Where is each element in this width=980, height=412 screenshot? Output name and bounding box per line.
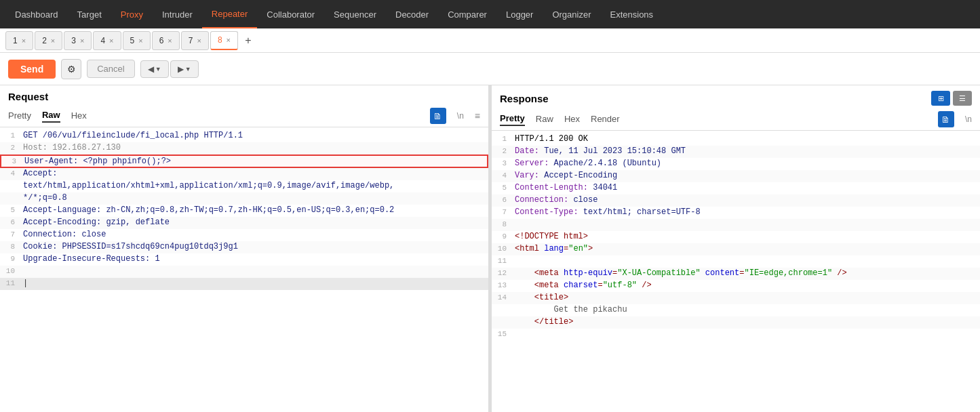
- response-line-9: 9 <!DOCTYPE html>: [492, 231, 980, 243]
- tab-7[interactable]: 7×: [181, 31, 209, 50]
- close-tab-1[interactable]: ×: [22, 37, 26, 45]
- response-line-7: 7 Content-Type: text/html; charset=UTF-8: [492, 207, 980, 219]
- tab-1[interactable]: 1×: [5, 31, 33, 50]
- response-tab-hex[interactable]: Hex: [564, 114, 580, 125]
- dropdown-arrow-right: ▼: [185, 66, 191, 73]
- request-line-5: 5 Accept-Language: zh-CN,zh;q=0.8,zh-TW;…: [0, 205, 488, 217]
- request-line-4: 4 Accept:: [0, 168, 488, 180]
- request-panel: Request Pretty Raw Hex 🗎 \n ≡ 1 GET /06/…: [0, 85, 489, 412]
- request-menu-button[interactable]: ≡: [475, 110, 480, 121]
- gear-icon: ⚙: [67, 64, 76, 75]
- request-code-area[interactable]: 1 GET /06/vul/fileinclude/fi_local.php H…: [0, 127, 488, 412]
- response-panel: Response ⊞ ☰ Pretty Raw Hex Render 🗎 \n: [492, 85, 980, 412]
- tab-bar: 1× 2× 3× 4× 5× 6× 7× 8× +: [0, 28, 980, 53]
- response-code-area[interactable]: 1 HTTP/1.1 200 OK 2 Date: Tue, 11 Jul 20…: [492, 131, 980, 412]
- request-tab-raw[interactable]: Raw: [42, 110, 60, 123]
- tab-2[interactable]: 2×: [35, 31, 62, 50]
- response-line-10: 10 <html lang="en">: [492, 243, 980, 255]
- response-line-13: 13 <meta charset="utf-8" />: [492, 280, 980, 292]
- tab-8[interactable]: 8×: [210, 31, 238, 50]
- nav-comparer[interactable]: Comparer: [438, 0, 496, 28]
- request-line-6: 6 Accept-Encoding: gzip, deflate: [0, 217, 488, 229]
- close-tab-2[interactable]: ×: [51, 37, 55, 45]
- nav-extensions[interactable]: Extensions: [601, 0, 663, 28]
- request-line-9: 9 Upgrade-Insecure-Requests: 1: [0, 253, 488, 266]
- nav-dashboard[interactable]: Dashboard: [5, 0, 68, 28]
- nav-decoder[interactable]: Decoder: [386, 0, 438, 28]
- response-line-6: 6 Connection: close: [492, 194, 980, 207]
- response-line-11: 11: [492, 255, 980, 268]
- response-icon-button[interactable]: 🗎: [938, 111, 954, 127]
- response-tab-render[interactable]: Render: [591, 114, 620, 125]
- response-panel-title: Response: [500, 93, 549, 104]
- document-icon: 🗎: [433, 111, 442, 121]
- request-panel-tabs: Pretty Raw Hex 🗎 \n ≡: [0, 105, 488, 127]
- tab-4[interactable]: 4×: [93, 31, 121, 50]
- nav-target[interactable]: Target: [68, 0, 111, 28]
- nav-sequencer[interactable]: Sequencer: [324, 0, 386, 28]
- response-line-2: 2 Date: Tue, 11 Jul 2023 15:10:48 GMT: [492, 146, 980, 158]
- request-tab-pretty[interactable]: Pretty: [8, 110, 31, 122]
- prev-button[interactable]: ◀ ▼: [140, 60, 169, 78]
- chevron-right-icon: ▶: [178, 64, 184, 74]
- request-panel-title: Request: [0, 85, 488, 105]
- request-tab-hex[interactable]: Hex: [71, 110, 87, 122]
- settings-button[interactable]: ⚙: [61, 59, 81, 79]
- toolbar: Send ⚙ Cancel ◀ ▼ ▶ ▼: [0, 53, 980, 85]
- nav-repeater[interactable]: Repeater: [202, 0, 257, 28]
- tab-5[interactable]: 5×: [123, 31, 151, 50]
- close-tab-5[interactable]: ×: [138, 37, 142, 45]
- request-line-10: 10: [0, 266, 488, 278]
- request-ln-toggle[interactable]: \n: [457, 111, 464, 121]
- chevron-left-icon: ◀: [148, 64, 154, 74]
- nav-organizer[interactable]: Organizer: [543, 0, 600, 28]
- response-tab-raw[interactable]: Raw: [536, 114, 553, 125]
- nav-logger[interactable]: Logger: [496, 0, 543, 28]
- request-line-1: 1 GET /06/vul/fileinclude/fi_local.php H…: [0, 130, 488, 142]
- response-panel-tabs: Pretty Raw Hex Render 🗎 \n: [492, 108, 980, 131]
- request-line-4b: text/html,application/xhtml+xml,applicat…: [0, 180, 488, 192]
- close-tab-4[interactable]: ×: [109, 37, 113, 45]
- tab-3[interactable]: 3×: [64, 31, 92, 50]
- request-line-3: 3 User-Agent: <?php phpinfo();?>: [0, 154, 488, 168]
- dropdown-arrow-left: ▼: [155, 66, 161, 73]
- tab-6[interactable]: 6×: [152, 31, 180, 50]
- response-line-8: 8: [492, 219, 980, 231]
- next-button[interactable]: ▶ ▼: [170, 60, 199, 78]
- list-icon: ☰: [959, 94, 966, 103]
- response-line-5: 5 Content-Length: 34041: [492, 182, 980, 194]
- response-line-15: 15: [492, 329, 980, 341]
- top-nav: Dashboard Target Proxy Intruder Repeater…: [0, 0, 980, 28]
- nav-proxy[interactable]: Proxy: [111, 0, 153, 28]
- add-tab-button[interactable]: +: [239, 32, 257, 49]
- request-line-8: 8 Cookie: PHPSESSID=s17shcdq69cn4pug10td…: [0, 241, 488, 253]
- request-icon-button[interactable]: 🗎: [430, 108, 446, 124]
- response-ln-toggle[interactable]: \n: [965, 115, 972, 124]
- response-list-view-button[interactable]: ☰: [953, 91, 972, 106]
- request-line-7: 7 Connection: close: [0, 229, 488, 241]
- grid-icon: ⊞: [938, 94, 944, 103]
- cancel-button[interactable]: Cancel: [87, 60, 134, 78]
- nav-intruder[interactable]: Intruder: [153, 0, 202, 28]
- response-grid-view-button[interactable]: ⊞: [931, 91, 950, 106]
- main-content: Request Pretty Raw Hex 🗎 \n ≡ 1 GET /06/…: [0, 85, 980, 412]
- close-tab-3[interactable]: ×: [80, 37, 84, 45]
- request-line-2: 2 Host: 192.168.27.130: [0, 142, 488, 154]
- response-tab-pretty[interactable]: Pretty: [500, 113, 525, 126]
- close-tab-6[interactable]: ×: [168, 37, 172, 45]
- close-tab-8[interactable]: ×: [227, 36, 231, 44]
- document-icon: 🗎: [941, 115, 950, 125]
- nav-collaborator[interactable]: Collaborator: [257, 0, 324, 28]
- request-line-4c: */*;q=0.8: [0, 192, 488, 205]
- response-line-3: 3 Server: Apache/2.4.18 (Ubuntu): [492, 158, 980, 170]
- response-line-14: 14 <title>: [492, 292, 980, 304]
- request-line-11: 11: [0, 278, 488, 290]
- close-tab-7[interactable]: ×: [197, 37, 201, 45]
- response-line-14c: </title>: [492, 316, 980, 329]
- response-line-12: 12 <meta http-equiv="X-UA-Compatible" co…: [492, 268, 980, 280]
- response-line-14b: Get the pikachu: [492, 304, 980, 316]
- response-line-4: 4 Vary: Accept-Encoding: [492, 170, 980, 182]
- send-button[interactable]: Send: [8, 60, 56, 79]
- response-line-1: 1 HTTP/1.1 200 OK: [492, 133, 980, 146]
